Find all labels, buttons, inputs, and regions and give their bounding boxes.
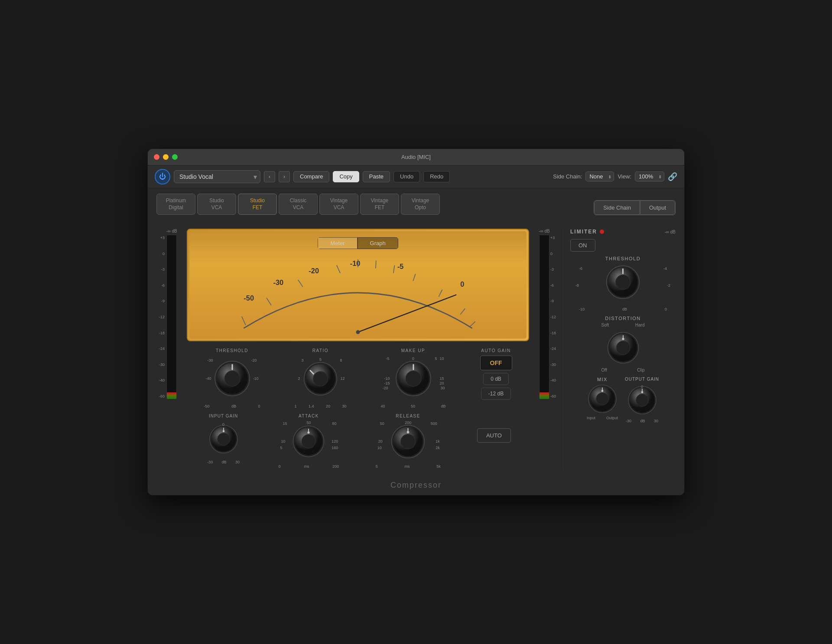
makeup-dB: dB bbox=[441, 404, 445, 408]
auto-gain-12db-button[interactable]: -12 dB bbox=[481, 388, 511, 400]
auto-gain-control: AUTO GAIN OFF 0 dB -12 dB bbox=[480, 348, 512, 400]
input-gain-label: INPUT GAIN bbox=[209, 414, 238, 418]
tab-studio-vca[interactable]: StudioVCA bbox=[197, 194, 236, 215]
rel-scale-bottom: 5 ms 5k bbox=[376, 464, 441, 469]
rel-50: 50 bbox=[380, 421, 384, 426]
threshold-control: THRESHOLD -30 -20 -40 -10 bbox=[204, 348, 260, 408]
view-select[interactable]: 100% bbox=[635, 172, 664, 181]
svg-text:-30: -30 bbox=[273, 278, 284, 286]
makeup-n20: -20 bbox=[383, 386, 388, 390]
threshold-knob[interactable] bbox=[213, 359, 252, 398]
copy-button[interactable]: Copy bbox=[333, 171, 359, 182]
main-knobs-row: THRESHOLD -30 -20 -40 -10 bbox=[187, 346, 529, 410]
ratio-knob-area: 3 5 8 12 2 bbox=[295, 355, 347, 402]
tab-side-chain[interactable]: Side Chain bbox=[594, 201, 640, 215]
paste-button[interactable]: Paste bbox=[363, 171, 390, 182]
meter-toggle-graph[interactable]: Graph bbox=[358, 237, 398, 249]
rel-b-5k: 5k bbox=[436, 464, 441, 469]
ratio-knob[interactable] bbox=[302, 360, 339, 397]
rt-n10: -10 bbox=[579, 307, 585, 311]
vu-needle-area: -50 -30 -20 -10 -5 0 bbox=[192, 249, 524, 336]
auto-gain-0db-button[interactable]: 0 dB bbox=[483, 373, 509, 385]
meter-toggle-meter[interactable]: Meter bbox=[318, 237, 357, 249]
tab-studio-fet[interactable]: StudioFET bbox=[238, 194, 277, 215]
nav-back-button[interactable]: ‹ bbox=[264, 171, 275, 182]
tick-n6: -6 bbox=[159, 283, 165, 288]
tab-classic-vca[interactable]: ClassicVCA bbox=[279, 194, 318, 215]
atk-10: 10 bbox=[281, 439, 285, 443]
og-30: 30 bbox=[654, 419, 658, 423]
mix-input: Input bbox=[587, 416, 595, 420]
nav-forward-button[interactable]: › bbox=[279, 171, 290, 182]
preset-dropdown[interactable]: Studio Vocal bbox=[174, 170, 260, 183]
rtick-n9: -9 bbox=[550, 299, 556, 303]
auto-gain-off-button[interactable]: OFF bbox=[480, 356, 512, 370]
tab-platinum-digital[interactable]: PlatinumDigital bbox=[156, 194, 195, 215]
far-right-panel: LIMITER -∞ dB ON THRESHOLD -6 -4 -8 -2 bbox=[563, 229, 676, 470]
release-auto-button[interactable]: AUTO bbox=[477, 428, 511, 443]
limiter-on-button[interactable]: ON bbox=[570, 239, 595, 252]
release-knob[interactable] bbox=[390, 423, 426, 460]
maximize-button[interactable] bbox=[172, 154, 178, 160]
tick-n60: -60 bbox=[159, 394, 165, 398]
output-gain-knob[interactable] bbox=[627, 385, 658, 416]
right-threshold-knob[interactable] bbox=[604, 264, 641, 301]
attack-knob[interactable] bbox=[291, 424, 326, 459]
ratio-bottom-scale: 1 1.4 20 30 bbox=[295, 404, 347, 408]
input-gain-control: INPUT GAIN 0 -30 bbox=[205, 414, 242, 464]
release-control: RELEASE 50 200 500 20 1k 10 2k bbox=[376, 414, 441, 469]
svg-line-16 bbox=[470, 321, 475, 326]
svg-line-15 bbox=[460, 308, 465, 314]
controls-main: Meter Graph -50 -30 -20 -10 -5 0 bbox=[187, 229, 529, 470]
tab-vintage-fet[interactable]: VintageFET bbox=[360, 194, 399, 215]
tick-n3: -3 bbox=[159, 267, 165, 272]
output-gain-control: OUTPUT GAIN 0 -30 bbox=[625, 377, 659, 423]
release-label: RELEASE bbox=[396, 414, 420, 418]
view-label: View: bbox=[618, 173, 631, 180]
makeup-knob[interactable] bbox=[394, 359, 433, 398]
distortion-label: DISTORTION bbox=[605, 316, 640, 321]
dist-soft: Soft bbox=[601, 323, 609, 327]
sidechain-select[interactable]: None bbox=[585, 172, 614, 181]
makeup-knob-area: -5 0 5 10 -10 -15 -20 15 20 30 bbox=[381, 355, 446, 402]
right-tabs: Side Chain Output bbox=[594, 200, 676, 215]
minimize-button[interactable] bbox=[163, 154, 169, 160]
dist-off: Off bbox=[601, 368, 607, 372]
input-gain-knob[interactable] bbox=[208, 424, 239, 455]
makeup-control: MAKE UP -5 0 5 10 -10 -15 -20 15 20 30 bbox=[381, 348, 446, 408]
tab-vintage-vca[interactable]: VintageVCA bbox=[319, 194, 358, 215]
makeup-40: 40 bbox=[381, 404, 385, 408]
redo-button[interactable]: Redo bbox=[423, 171, 450, 182]
distortion-knob[interactable] bbox=[606, 330, 640, 365]
makeup-30: 30 bbox=[440, 386, 445, 390]
tick-n9: -9 bbox=[159, 299, 165, 303]
thresh-scale-n30: -30 bbox=[208, 358, 213, 362]
tab-output[interactable]: Output bbox=[640, 201, 675, 215]
rt-n2: -2 bbox=[667, 283, 670, 288]
ratio-scale-8: 8 bbox=[340, 358, 342, 362]
compare-button[interactable]: Compare bbox=[293, 171, 329, 182]
preset-wrapper: Studio Vocal bbox=[174, 170, 260, 183]
attack-label: ATTACK bbox=[299, 414, 319, 418]
left-vu-strip: -∞ dB +3 0 -3 -6 -9 -12 -18 -24 -30 -40 … bbox=[156, 229, 187, 470]
rel-1k: 1k bbox=[436, 439, 440, 443]
undo-button[interactable]: Undo bbox=[393, 171, 420, 182]
ig-db: dB bbox=[222, 460, 227, 464]
close-button[interactable] bbox=[154, 154, 159, 160]
sidechain-label: Side Chain: bbox=[553, 173, 582, 180]
right-threshold-label: THRESHOLD bbox=[570, 256, 676, 261]
title-bar: Audio [MIC] bbox=[148, 149, 684, 165]
mix-knob[interactable] bbox=[587, 383, 618, 414]
power-button[interactable]: ⏻ bbox=[155, 169, 170, 184]
link-icon[interactable]: 🔗 bbox=[668, 172, 677, 181]
atk-scale-bottom: 0 ms 200 bbox=[278, 464, 339, 469]
ratio-scale-5: 5 bbox=[319, 357, 322, 362]
tick-n30: -30 bbox=[159, 362, 165, 367]
footer-label: Compressor bbox=[390, 481, 442, 489]
meter-toggle-bar: Meter Graph bbox=[318, 237, 398, 249]
tab-vintage-opto[interactable]: VintageOpto bbox=[401, 194, 440, 215]
thresh-scale-n20: -20 bbox=[251, 358, 257, 362]
atk-50: 50 bbox=[306, 421, 311, 425]
og-db: dB bbox=[640, 419, 645, 423]
ratio-scale-3: 3 bbox=[302, 358, 304, 362]
